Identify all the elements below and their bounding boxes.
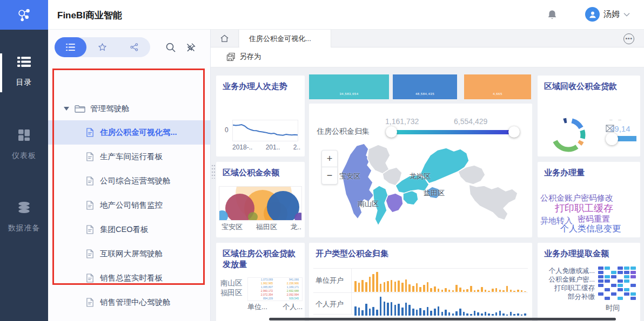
bar	[470, 314, 472, 316]
search-icon[interactable]	[165, 42, 176, 53]
top-bar: FineBI商业智能 汤姆	[0, 0, 644, 30]
bar	[354, 306, 357, 316]
save-as-label: 另存为	[239, 52, 261, 62]
bar	[416, 310, 418, 316]
map-metric-label: 住房公积金归集	[317, 127, 370, 136]
bar	[524, 313, 526, 316]
tree-item[interactable]: 公司综合运营驾驶舱	[48, 169, 211, 193]
tree-item[interactable]: 住房公积金可视化驾...	[48, 120, 211, 145]
tree-item-label: 互联网大屏驾驶舱	[100, 249, 163, 259]
toggle-list-view[interactable]	[55, 37, 86, 57]
table-row: 1,065,8071,169,171	[248, 285, 302, 289]
bubble	[294, 213, 302, 221]
bar	[423, 310, 425, 316]
tree-item[interactable]: 销售管理中心驾驶舱	[48, 290, 211, 315]
bar-strip-unit	[354, 270, 528, 292]
star-icon	[97, 43, 108, 52]
tree-item[interactable]: 集团CEO看板	[48, 217, 211, 242]
district-label: 龙岗区	[410, 172, 431, 181]
home-button[interactable]	[211, 30, 239, 47]
mini-slider-handle[interactable]	[606, 133, 618, 145]
bar	[365, 304, 367, 316]
toggle-shared-view[interactable]	[118, 37, 150, 57]
finebi-logo[interactable]	[0, 0, 48, 30]
slider-handle-min[interactable]	[386, 126, 397, 138]
bar	[481, 313, 483, 316]
kpi-block: 34,583,654	[309, 74, 389, 99]
x-axis-labels: 宝安区福田区龙..	[222, 222, 301, 232]
notification-bell-icon[interactable]	[547, 9, 558, 20]
horizontal-scrollbar[interactable]	[269, 318, 616, 320]
sidebar-item-database[interactable]: 数据准备	[0, 198, 48, 239]
gradient-range-slider[interactable]	[391, 130, 514, 134]
bar	[463, 290, 465, 292]
bar	[384, 282, 386, 292]
save-as-button[interactable]: 另存为	[226, 52, 261, 62]
sidebar-item-list[interactable]: 目录	[0, 52, 48, 93]
series-label: 单位开户	[316, 276, 344, 285]
table-cell: 2,072,354	[248, 293, 274, 297]
tree-item[interactable]: 互联网大屏驾驶舱	[48, 242, 211, 266]
bar	[434, 286, 436, 292]
bar	[405, 279, 407, 292]
bar	[438, 306, 440, 316]
toggle-favorites-view[interactable]	[86, 37, 118, 57]
drag-handle-icon[interactable]	[211, 165, 216, 181]
table-row: 2,072,3542,092,994	[248, 293, 302, 297]
slider-handle-max[interactable]	[508, 126, 520, 138]
bar	[492, 289, 494, 292]
tree-item[interactable]: 销售总监实时看板	[48, 266, 211, 290]
tree-item-label: 集团CEO看板	[100, 224, 148, 235]
word-cloud-word: 打印职工缓存	[555, 202, 613, 215]
x-tick-label: 2018-..	[232, 144, 252, 151]
user-name: 汤姆	[603, 9, 620, 19]
bar	[394, 282, 397, 292]
card-title: 区域回收公积金贷款	[544, 81, 634, 92]
bar	[495, 288, 498, 292]
row-label: 南山区	[220, 278, 243, 288]
zoom-in-button[interactable]: +	[321, 150, 338, 167]
expand-arrow-icon[interactable]	[64, 107, 69, 111]
bar-strip-personal	[354, 293, 528, 316]
document-icon	[48, 152, 94, 161]
x-axis-label: 时间	[606, 303, 620, 313]
bar	[455, 285, 458, 292]
kpi-block: 48,584,435	[393, 74, 457, 99]
kpi-value: 48,584,435	[415, 92, 434, 95]
bar	[427, 282, 429, 292]
user-menu[interactable]: 汤姆	[585, 7, 630, 22]
tree-folder-label: 管理驾驶舱	[90, 104, 130, 114]
map-region-dapeng	[469, 185, 518, 220]
tree-item[interactable]: 生产车间运行看板	[48, 145, 211, 169]
card-loan-issue: 区域住房公积金贷款发放量 南山区 福田区 1,073,069941,0661,9…	[216, 243, 305, 321]
tab-dashboard[interactable]: 住房公积金可视化...	[239, 30, 331, 47]
district-label: 盐田区	[424, 188, 445, 198]
table-cell: 2,692,688	[274, 289, 300, 293]
heatmap-cell	[598, 267, 603, 270]
bar	[488, 313, 490, 316]
zoom-out-button[interactable]: −	[321, 167, 338, 185]
choropleth-map[interactable]	[314, 142, 528, 234]
folder-icon	[75, 104, 85, 113]
tree-folder-row[interactable]: 管理驾驶舱	[48, 99, 211, 118]
bar	[485, 290, 487, 292]
bar	[477, 290, 479, 292]
tree-item-label: 生产车间运行看板	[100, 152, 163, 162]
sidebar-item-grid[interactable]: 仪表板	[0, 126, 48, 167]
bar	[448, 290, 451, 292]
heatmap-cell	[598, 271, 603, 274]
unpin-icon[interactable]	[185, 42, 196, 53]
table-cell: 2,158,966	[274, 282, 300, 285]
bar	[459, 309, 461, 316]
value-grid: 1,073,069941,0661,962,9652,158,9661,065,…	[247, 277, 303, 301]
list-view-icon	[65, 43, 76, 52]
map-zoom-controls: + −	[321, 150, 338, 185]
bar	[521, 290, 523, 292]
bar	[466, 313, 468, 316]
mini-slider-track[interactable]	[618, 136, 636, 141]
tab-more-icon[interactable]: •••	[623, 33, 634, 44]
heatmap-cell	[618, 271, 623, 274]
tree-item[interactable]: 地产公司销售监控	[48, 193, 211, 217]
document-icon	[48, 225, 94, 234]
x-tick-label: 201..	[266, 144, 280, 151]
